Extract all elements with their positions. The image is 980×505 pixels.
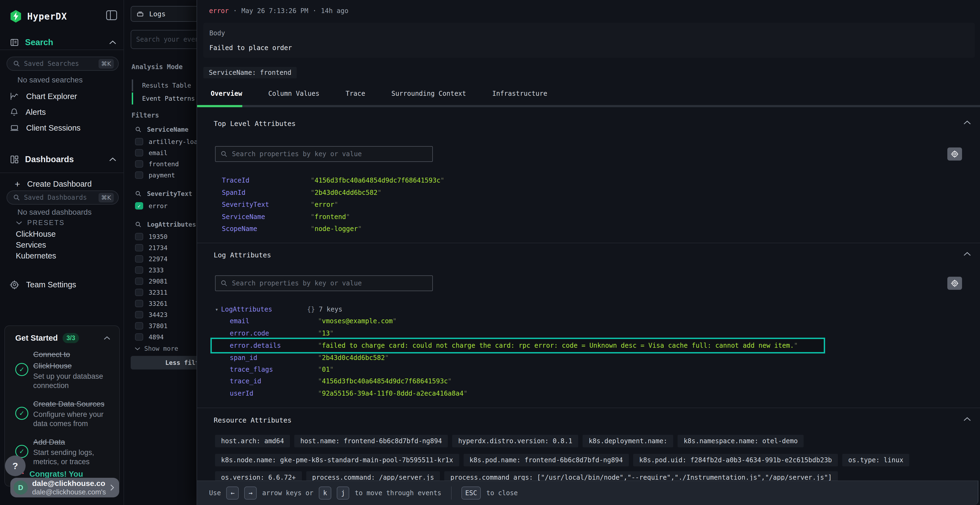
attribute-value[interactable]: node-logger	[310, 225, 362, 233]
saved-dashboards-input[interactable]	[24, 194, 95, 201]
attribute-key[interactable]: trace_flags	[230, 366, 318, 373]
attribute-value[interactable]: 01	[318, 366, 334, 373]
attribute-value[interactable]: 92a55156-39a4-11f0-8ddd-a2eca416a8a4	[318, 390, 468, 397]
attribute-key[interactable]: SeverityText	[222, 201, 310, 208]
checkbox[interactable]	[135, 172, 143, 179]
attribute-row-trace-id[interactable]: trace_id4156d3fbc40a64854d9dc7f68641593c	[230, 375, 452, 387]
attribute-key[interactable]: TraceId	[222, 176, 310, 184]
resource-chip[interactable]: k8s.namespace.name: otel-demo	[678, 435, 803, 447]
attribute-key[interactable]: error.details	[230, 342, 318, 349]
tab-trace[interactable]: Trace	[345, 90, 365, 97]
top-attrs-search-input[interactable]	[232, 150, 427, 158]
checkbox[interactable]	[135, 160, 143, 168]
attribute-row-spanid[interactable]: SpanId2b43d0c4dd6bc582	[222, 187, 381, 199]
j-key[interactable]: j	[337, 486, 349, 500]
filter-option-32311[interactable]: 32311	[125, 287, 197, 298]
get-started-item[interactable]: ✓Connect toClickHouseSet up your databas…	[10, 349, 116, 390]
resource-chip[interactable]: os.type: linux	[842, 454, 909, 466]
k-key[interactable]: k	[319, 486, 331, 500]
arrow-left-key[interactable]: ←	[226, 486, 239, 500]
filter-option-error[interactable]: ✓error	[125, 200, 197, 211]
show-more-button[interactable]: Show more	[125, 343, 197, 354]
tab-overview[interactable]: Overview	[211, 90, 242, 97]
attribute-value[interactable]: vmoses@example.com	[318, 317, 397, 325]
esc-key[interactable]: ESC	[461, 486, 481, 500]
attribute-row-severitytext[interactable]: SeverityTexterror	[222, 199, 338, 211]
source-select[interactable]: Logs	[130, 6, 197, 22]
preset-services[interactable]: Services	[16, 241, 46, 249]
event-search-box[interactable]	[130, 30, 197, 49]
checkbox[interactable]	[135, 322, 143, 329]
tab-infrastructure[interactable]: Infrastructure	[492, 90, 547, 97]
filter-option-frontend[interactable]: frontend	[125, 158, 197, 170]
checkbox[interactable]	[135, 278, 143, 285]
checkbox[interactable]	[135, 289, 143, 296]
filter-group-header[interactable]: SeverityText	[125, 187, 197, 200]
presets-toggle[interactable]: PRESETS	[16, 219, 65, 227]
create-dashboard-button[interactable]: + Create Dashboard	[15, 178, 121, 191]
filter-option-artillery-loa[interactable]: artillery-loa	[125, 136, 197, 147]
attribute-value[interactable]: 13	[318, 329, 334, 337]
attribute-value[interactable]: 4156d3fbc40a64854d9dc7f68641593c	[318, 377, 452, 385]
log-attrs-search-input[interactable]	[232, 279, 427, 287]
tab-surrounding-context[interactable]: Surrounding Context	[391, 90, 466, 97]
arrow-right-key[interactable]: →	[244, 486, 257, 500]
chevron-up-icon[interactable]	[963, 417, 971, 421]
attribute-key[interactable]: SpanId	[222, 189, 310, 197]
filter-option-19350[interactable]: 19350	[125, 231, 197, 242]
checkbox[interactable]	[135, 233, 143, 240]
checkbox[interactable]: ✓	[135, 202, 143, 210]
checkbox[interactable]	[135, 244, 143, 251]
user-menu[interactable]: D dale@clickhouse.com dale@clickhouse.co…	[10, 478, 119, 497]
preset-kubernetes[interactable]: Kubernetes	[16, 251, 56, 260]
attribute-value[interactable]: 4156d3fbc40a64854d9dc7f68641593c	[310, 176, 444, 184]
get-started-item[interactable]: ✓Create Data SourcesConfigure where your…	[10, 399, 116, 428]
attribute-key[interactable]: error.code	[230, 329, 318, 337]
checkbox[interactable]	[135, 311, 143, 318]
attribute-value[interactable]: error	[310, 201, 338, 208]
attribute-row-trace-flags[interactable]: trace_flags01	[230, 364, 334, 375]
resource-chip[interactable]: host.name: frontend-6b6c8d7bfd-ng894	[294, 435, 448, 447]
attribute-value[interactable]: 2b43d0c4dd6bc582	[318, 354, 389, 362]
filter-option-payment[interactable]: payment	[125, 170, 197, 181]
resource-chip[interactable]: k8s.deployment.name:	[582, 435, 673, 447]
checkbox[interactable]	[135, 138, 143, 145]
checkbox[interactable]	[135, 266, 143, 274]
log-attrs-settings-button[interactable]	[947, 277, 962, 290]
help-button[interactable]: ?	[5, 456, 25, 476]
log-attrs-search-box[interactable]	[215, 275, 433, 291]
filter-option-email[interactable]: email	[125, 147, 197, 158]
sidebar-collapse-icon[interactable]	[106, 10, 117, 20]
checkbox[interactable]	[135, 300, 143, 307]
preset-clickhouse[interactable]: ClickHouse	[16, 230, 56, 239]
filter-option-21734[interactable]: 21734	[125, 242, 197, 253]
sidebar-item-team-settings[interactable]: Team Settings	[10, 278, 116, 291]
analysis-mode-results-table[interactable]: Results Table	[132, 79, 195, 92]
attribute-key[interactable]: email	[230, 317, 318, 325]
sidebar-item-client-sessions[interactable]: Client Sessions	[10, 121, 116, 134]
attribute-key[interactable]: userId	[230, 390, 318, 397]
attribute-row-scopename[interactable]: ScopeNamenode-logger	[222, 223, 362, 235]
attribute-key[interactable]: ScopeName	[222, 225, 310, 233]
event-search-input[interactable]	[136, 36, 197, 43]
attribute-row-servicename[interactable]: ServiceNamefrontend	[222, 211, 350, 223]
resource-chip[interactable]: host.arch: amd64	[215, 435, 290, 447]
get-started-header[interactable]: Get Started 3/3	[15, 333, 111, 343]
attribute-key[interactable]: ServiceName	[222, 213, 310, 221]
checkbox[interactable]	[135, 149, 143, 156]
top-attrs-search-box[interactable]	[215, 146, 433, 162]
filter-option-37801[interactable]: 37801	[125, 320, 197, 332]
chevron-up-icon[interactable]	[963, 120, 971, 125]
saved-dashboards-pill[interactable]: ⌘K	[6, 191, 119, 205]
saved-searches-input[interactable]	[24, 60, 95, 67]
resource-chip[interactable]: hyperdx.distro.version: 0.8.1	[452, 435, 578, 447]
filter-option-2333[interactable]: 2333	[125, 264, 197, 276]
attribute-row-error-details[interactable]: error.detailsfailed to charge card: coul…	[210, 338, 825, 353]
filter-option-22974[interactable]: 22974	[125, 253, 197, 264]
attribute-row-traceid[interactable]: TraceId4156d3fbc40a64854d9dc7f68641593c	[222, 175, 444, 186]
checkbox[interactable]	[135, 333, 143, 341]
less-filters-button[interactable]: Less filters	[130, 356, 197, 370]
resource-chip[interactable]: k8s.pod.name: frontend-6b6c8d7bfd-ng894	[464, 454, 629, 466]
service-name-chip[interactable]: ServiceName: frontend	[204, 67, 297, 78]
saved-searches-pill[interactable]: ⌘K	[6, 57, 119, 71]
